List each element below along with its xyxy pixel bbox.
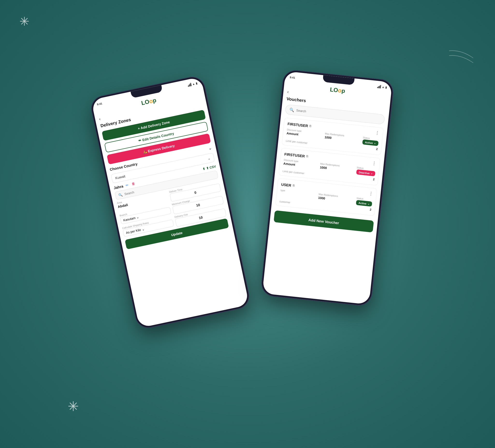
wifi-right: ▲	[382, 85, 385, 88]
add-voucher-label: Add New Voucher	[308, 218, 339, 225]
star-decoration-tl: ✳	[19, 14, 29, 28]
edit-details-label: ✏ Edit Details Country	[138, 131, 175, 143]
csv-button[interactable]: ⬆ ⬆ CSV	[202, 164, 216, 171]
phone-left: 9:41 ▲ ▮ LOop	[89, 74, 251, 330]
signal-left	[187, 83, 192, 87]
voucher-1-status-chevron-icon: ⌄	[374, 141, 376, 145]
voucher-1-name: FIRSTUSER	[287, 121, 308, 128]
voucher-1-status-value: Active	[365, 140, 373, 144]
update-label: Update	[171, 231, 183, 237]
voucher-3-name: USER	[281, 182, 291, 187]
voucher-1-discount-type: Discount type Amount	[286, 128, 323, 139]
battery-left: ▮	[195, 82, 198, 85]
voucher-2-name: FIRSTUSER	[284, 152, 305, 158]
voucher-1-limit-value: 2	[376, 147, 378, 152]
wifi-left: ▲	[192, 82, 195, 85]
phone-left-screen: 9:41 ▲ ▮ LOop	[91, 77, 249, 328]
time-right: 9:41	[289, 76, 295, 79]
search-icon-right: 🔍	[289, 107, 295, 112]
branch-chevron-icon: ⌄	[136, 215, 139, 219]
deco-line-tr	[447, 48, 476, 68]
search-icon: 🔍	[118, 193, 123, 197]
express-delivery-label: 🛵 Express Delivery	[143, 144, 175, 154]
dropdown-chevron-icon: ⌄	[207, 156, 211, 160]
voucher-search-input[interactable]	[296, 108, 381, 121]
voucher-2-discount-type: Discount type Amount	[283, 158, 318, 169]
voucher-1-limit-label: Limit per customer	[286, 139, 308, 144]
time-left: 9:41	[97, 102, 102, 106]
voucher-3-status-block: Status Active ⌄	[356, 196, 372, 207]
shipping-value: As per Kilo	[126, 228, 141, 235]
voucher-3-copy-icon[interactable]: ⎘	[292, 184, 294, 187]
voucher-3-limit-label: customer	[279, 200, 290, 204]
voucher-3-max-redemptions: Max Redemptions 1000	[318, 193, 355, 203]
zone-delete-icon[interactable]: 🗑	[131, 181, 136, 186]
zone-name: Jahra	[113, 184, 124, 190]
zone-edit-icon[interactable]: ✏	[125, 182, 130, 187]
voucher-2-status-block: Status Deactive ⌄	[356, 166, 376, 176]
shipping-chevron-icon: ⌄	[141, 227, 145, 231]
voucher-2-limit-label: Limit per customer	[283, 169, 304, 175]
phones-wrapper: 9:41 ▲ ▮ LOop	[102, 55, 393, 393]
voucher-3-status-value: Active	[358, 201, 367, 205]
status-icons-left: ▲ ▮	[187, 82, 197, 87]
voucher-1-status-block: Status Active ⌄	[362, 136, 379, 146]
voucher-2-max-redemptions: Max Redemptions 1000	[320, 162, 355, 173]
voucher-3-menu-icon[interactable]: ⋮	[368, 191, 373, 196]
phone-right: 9:41 ▲ ▮ LOop	[260, 69, 394, 307]
add-delivery-zone-label: + Add Delivery Zone	[138, 120, 170, 131]
delivery-zones-screen: ‹ Delivery Zones + Add Delivery Zone ✏ E…	[95, 94, 249, 326]
voucher-2-menu-icon[interactable]: ⋮	[372, 160, 377, 166]
vouchers-screen: ‹ Vouchers 🔍 FIRSTUSER ⎘ ⋮	[262, 89, 391, 303]
voucher-1-copy-icon[interactable]: ⎘	[309, 124, 311, 128]
voucher-3-status-chevron-icon: ⌄	[367, 202, 370, 205]
signal-right	[377, 85, 381, 88]
star-decoration-bl: ✳	[68, 399, 79, 414]
voucher-2-status-value: Deactive	[359, 170, 370, 175]
csv-icon: ⬆	[202, 167, 206, 171]
voucher-2-status-chevron-icon: ⌄	[371, 172, 373, 175]
branch-value: Kasutam	[123, 216, 136, 222]
status-icons-right: ▲ ▮	[377, 85, 387, 89]
voucher-2-copy-icon[interactable]: ⎘	[306, 154, 308, 158]
chevron-down-icon[interactable]: ⌄	[208, 145, 212, 151]
voucher-2-limit-value: 2	[373, 178, 375, 182]
voucher-1-max-redemptions: Max Redemptions 1000	[324, 132, 361, 143]
voucher-3-limit-value: 2	[370, 208, 372, 212]
voucher-1-menu-icon[interactable]: ⋮	[375, 130, 380, 136]
battery-right: ▮	[385, 85, 387, 89]
phone-right-screen: 9:41 ▲ ▮ LOop	[262, 71, 392, 304]
csv-label: ⬆ CSV	[206, 164, 216, 170]
selected-country: Kuwait	[115, 174, 126, 180]
